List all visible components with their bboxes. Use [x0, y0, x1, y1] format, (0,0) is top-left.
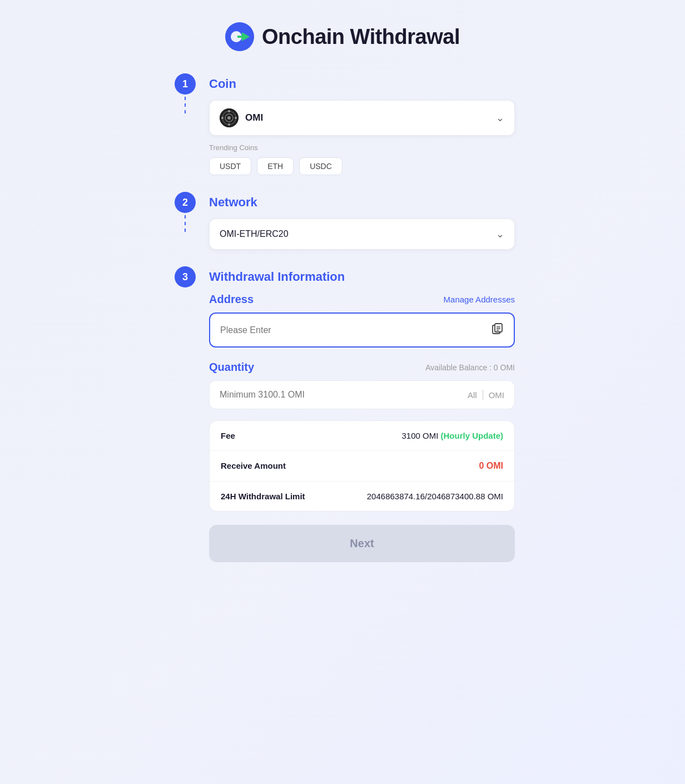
fee-label: Fee	[221, 431, 235, 440]
fee-amount: 3100 OMI	[401, 431, 438, 440]
withdrawal-icon	[225, 22, 254, 51]
network-name: OMI-ETH/ERC20	[220, 229, 289, 239]
step-3-content: Withdrawal Information Address Manage Ad…	[200, 266, 515, 568]
coin-select-left: OMI	[220, 108, 263, 127]
manage-addresses-link[interactable]: Manage Addresses	[444, 295, 515, 304]
withdrawal-info: Address Manage Addresses	[209, 293, 515, 562]
fee-row: Fee 3100 OMI (Hourly Update)	[210, 421, 514, 451]
omi-coin-icon	[220, 108, 239, 127]
next-button[interactable]: Next	[209, 525, 515, 562]
svg-point-5	[227, 116, 231, 120]
trending-section: Trending Coins USDT ETH USDC	[209, 143, 515, 175]
svg-point-8	[221, 117, 224, 119]
trending-chip-eth[interactable]: ETH	[257, 157, 294, 175]
network-dropdown[interactable]: OMI-ETH/ERC20 ⌄	[209, 219, 515, 250]
address-header: Address Manage Addresses	[209, 293, 515, 306]
quantity-right: All OMI	[468, 390, 504, 400]
withdrawal-limit-row: 24H Withdrawal Limit 2046863874.16/20468…	[210, 482, 514, 511]
trending-label: Trending Coins	[209, 143, 515, 152]
address-input[interactable]	[220, 325, 492, 335]
address-label: Address	[209, 293, 254, 306]
step-3-badge: 3	[175, 266, 196, 287]
trending-chips: USDT ETH USDC	[209, 157, 515, 175]
step-3-left: 3	[170, 266, 200, 287]
step-2-row: 2 Network OMI-ETH/ERC20 ⌄	[170, 192, 515, 266]
all-button[interactable]: All	[468, 390, 477, 400]
receive-amount-label: Receive Amount	[221, 461, 286, 470]
trending-chip-usdt[interactable]: USDT	[209, 157, 251, 175]
quantity-input[interactable]	[220, 390, 468, 400]
svg-point-9	[235, 117, 237, 119]
step-1-left: 1	[170, 73, 200, 113]
steps-container: 1 Coin	[170, 73, 515, 568]
address-input-wrapper[interactable]	[209, 312, 515, 348]
withdrawal-limit-label: 24H Withdrawal Limit	[221, 492, 305, 501]
step-2-left: 2	[170, 192, 200, 232]
coin-chevron-icon: ⌄	[496, 112, 504, 124]
step-3-row: 3 Withdrawal Information Address Manage …	[170, 266, 515, 568]
hourly-update: (Hourly Update)	[441, 431, 504, 440]
step-2-title: Network	[209, 195, 515, 210]
receive-amount-row: Receive Amount 0 OMI	[210, 451, 514, 482]
page-title: Onchain Withdrawal	[262, 25, 460, 49]
step-1-content: Coin	[200, 73, 515, 192]
step-1-line	[185, 97, 186, 113]
step-1-badge: 1	[175, 73, 196, 95]
quantity-currency: OMI	[489, 390, 504, 400]
trending-chip-usdc[interactable]: USDC	[299, 157, 343, 175]
quantity-divider	[483, 390, 483, 400]
page-header: Onchain Withdrawal	[225, 22, 460, 51]
step-1-row: 1 Coin	[170, 73, 515, 192]
withdrawal-limit-value: 2046863874.16/2046873400.88 OMI	[367, 492, 503, 501]
paste-icon[interactable]	[492, 322, 504, 338]
fee-value: 3100 OMI (Hourly Update)	[401, 431, 503, 440]
fee-card: Fee 3100 OMI (Hourly Update) Receive Amo…	[209, 420, 515, 512]
page-container: Onchain Withdrawal 1 Coin	[170, 22, 515, 762]
step-2-line	[185, 215, 186, 232]
coin-name: OMI	[245, 112, 263, 123]
svg-point-7	[228, 123, 230, 126]
step-2-badge: 2	[175, 192, 196, 213]
svg-point-6	[228, 110, 230, 112]
step-1-title: Coin	[209, 77, 515, 91]
coin-dropdown[interactable]: OMI ⌄	[209, 100, 515, 136]
quantity-label: Quantity	[209, 361, 254, 374]
step-3-title: Withdrawal Information	[209, 270, 515, 284]
network-chevron-icon: ⌄	[496, 228, 504, 240]
quantity-header: Quantity Available Balance : 0 OMI	[209, 361, 515, 374]
step-2-content: Network OMI-ETH/ERC20 ⌄	[200, 192, 515, 266]
receive-amount-value: 0 OMI	[479, 461, 503, 471]
quantity-input-wrapper[interactable]: All OMI	[209, 380, 515, 409]
available-balance: Available Balance : 0 OMI	[425, 363, 515, 372]
